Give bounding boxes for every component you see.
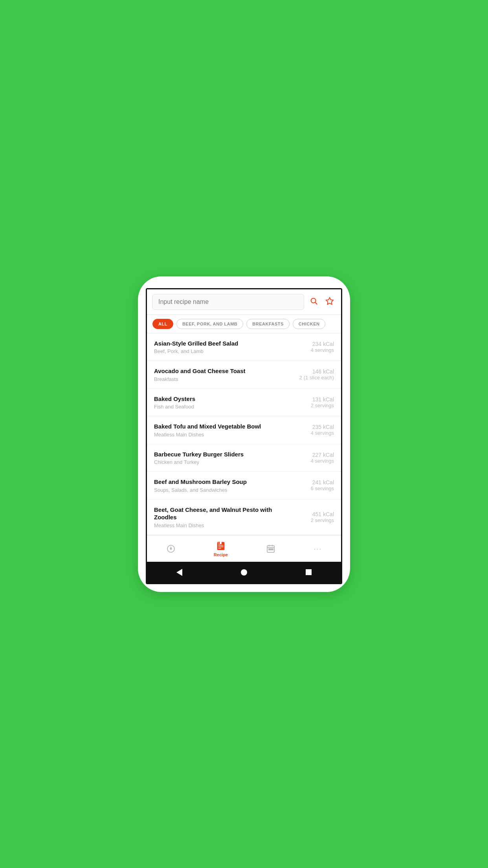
recipe-item-6[interactable]: Beet, Goat Cheese, and Walnut Pesto with…: [147, 500, 341, 535]
android-back-button[interactable]: [172, 567, 186, 577]
recipe-category-0: Beef, Pork, and Lamb: [154, 348, 294, 354]
nav-item-planner[interactable]: [260, 542, 282, 555]
recipe-servings-0: 4 servings: [299, 347, 334, 353]
svg-rect-16: [269, 549, 270, 550]
recipe-category-6: Meatless Main Dishes: [154, 522, 294, 528]
recipe-title-5: Beef and Mushroom Barley Soup: [154, 478, 294, 486]
recipe-item-1[interactable]: Avocado and Goat Cheese Toast Breakfasts…: [147, 361, 341, 389]
recipe-left-4: Barbecue Turkey Burger Sliders Chicken a…: [154, 451, 299, 465]
bottom-nav: Recipe ···: [147, 535, 341, 562]
back-icon: [176, 569, 182, 576]
android-nav-bar: [147, 562, 341, 583]
svg-marker-2: [326, 297, 333, 304]
filter-chip-all[interactable]: ALL: [152, 319, 173, 329]
recipe-kcal-3: 235 kCal: [299, 424, 334, 430]
filter-chip-breakfasts[interactable]: BREAKFASTS: [246, 319, 290, 329]
recipe-title-1: Avocado and Goat Cheese Toast: [154, 367, 294, 375]
recipe-servings-2: 2 servings: [299, 403, 334, 408]
recipe-category-2: Fish and Seafood: [154, 404, 294, 410]
svg-rect-8: [220, 541, 222, 544]
recipe-item-2[interactable]: Baked Oysters Fish and Seafood 131 kCal …: [147, 389, 341, 417]
recipe-list: Asian-Style Grilled Beef Salad Beef, Por…: [147, 333, 341, 535]
recipe-servings-3: 4 servings: [299, 430, 334, 436]
favorites-button[interactable]: [324, 295, 336, 309]
recent-icon: [306, 569, 312, 575]
search-input[interactable]: [152, 294, 304, 310]
recipe-kcal-6: 451 kCal: [299, 511, 334, 517]
recipe-left-6: Beet, Goat Cheese, and Walnut Pesto with…: [154, 506, 299, 528]
nav-item-recipe[interactable]: Recipe: [207, 539, 234, 559]
recipe-item-5[interactable]: Beef and Mushroom Barley Soup Soups, Sal…: [147, 472, 341, 500]
recipe-servings-6: 2 servings: [299, 517, 334, 523]
filter-chip-chicken[interactable]: CHICKEN: [293, 319, 326, 329]
recipe-kcal-1: 146 kCal: [299, 368, 334, 375]
recipe-title-4: Barbecue Turkey Burger Sliders: [154, 451, 294, 458]
recipe-title-0: Asian-Style Grilled Beef Salad: [154, 340, 294, 348]
phone-outer: ALL BEEF, PORK, AND LAMB BREAKFASTS CHIC…: [138, 276, 350, 592]
recipe-kcal-2: 131 kCal: [299, 396, 334, 403]
recipe-title-2: Baked Oysters: [154, 395, 294, 403]
recipe-category-4: Chicken and Turkey: [154, 459, 294, 465]
filter-bar: ALL BEEF, PORK, AND LAMB BREAKFASTS CHIC…: [147, 315, 341, 333]
recipe-item-3[interactable]: Baked Tofu and Mixed Vegetable Bowl Meat…: [147, 416, 341, 444]
svg-rect-17: [270, 549, 272, 550]
search-icon: [310, 297, 318, 305]
recipe-kcal-5: 241 kCal: [299, 479, 334, 485]
home-icon: [241, 569, 247, 576]
star-icon: [325, 297, 334, 305]
search-button[interactable]: [308, 295, 320, 309]
recipe-kcal-4: 227 kCal: [299, 452, 334, 458]
nav-label-recipe: Recipe: [214, 552, 228, 557]
recipe-right-5: 241 kCal 6 servings: [299, 479, 334, 491]
more-dots-icon: ···: [314, 545, 322, 553]
android-recent-button[interactable]: [302, 568, 316, 577]
recipe-kcal-0: 234 kCal: [299, 341, 334, 347]
recipe-category-1: Breakfasts: [154, 376, 294, 382]
recipe-left-0: Asian-Style Grilled Beef Salad Beef, Por…: [154, 340, 299, 355]
recipe-left-2: Baked Oysters Fish and Seafood: [154, 395, 299, 410]
search-bar: [147, 289, 341, 315]
svg-point-5: [170, 548, 171, 550]
recipe-right-1: 146 kCal 2 (1 slice each): [299, 368, 334, 381]
recipe-right-4: 227 kCal 4 servings: [299, 452, 334, 464]
recipe-title-3: Baked Tofu and Mixed Vegetable Bowl: [154, 423, 294, 430]
recipe-servings-1: 2 (1 slice each): [299, 375, 334, 381]
android-home-button[interactable]: [237, 568, 251, 577]
svg-line-1: [315, 302, 317, 304]
recipe-left-1: Avocado and Goat Cheese Toast Breakfasts: [154, 367, 299, 382]
recipe-right-3: 235 kCal 4 servings: [299, 424, 334, 436]
recipe-right-0: 234 kCal 4 servings: [299, 341, 334, 353]
filter-chip-beef[interactable]: BEEF, PORK, AND LAMB: [176, 319, 243, 329]
svg-rect-18: [272, 549, 273, 550]
recipe-left-3: Baked Tofu and Mixed Vegetable Bowl Meat…: [154, 423, 299, 438]
recipe-right-6: 451 kCal 2 servings: [299, 511, 334, 523]
recipe-category-3: Meatless Main Dishes: [154, 432, 294, 438]
phone-screen: ALL BEEF, PORK, AND LAMB BREAKFASTS CHIC…: [146, 288, 342, 584]
svg-point-0: [311, 298, 316, 303]
recipe-right-2: 131 kCal 2 servings: [299, 396, 334, 408]
nav-item-discover[interactable]: [160, 542, 182, 555]
recipe-title-6: Beet, Goat Cheese, and Walnut Pesto with…: [154, 506, 294, 521]
compass-icon: [166, 544, 176, 554]
recipe-left-5: Beef and Mushroom Barley Soup Soups, Sal…: [154, 478, 299, 493]
recipe-category-5: Soups, Salads, and Sandwiches: [154, 487, 294, 493]
recipe-item-4[interactable]: Barbecue Turkey Burger Sliders Chicken a…: [147, 444, 341, 472]
recipe-item-0[interactable]: Asian-Style Grilled Beef Salad Beef, Por…: [147, 333, 341, 361]
calendar-icon: [266, 544, 275, 554]
recipe-servings-4: 4 servings: [299, 458, 334, 464]
nav-item-more[interactable]: ···: [307, 543, 328, 555]
recipe-servings-5: 6 servings: [299, 485, 334, 491]
recipe-book-icon: [216, 541, 226, 551]
